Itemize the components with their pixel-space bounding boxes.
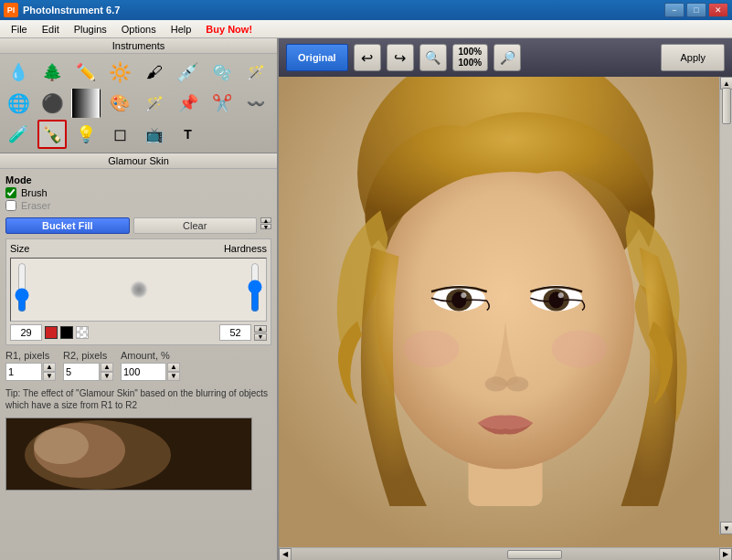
r2-group: R2, pixels ▲ ▼ [63,350,113,381]
maximize-button[interactable]: □ [686,3,706,17]
glamour-skin-header: Glamour Skin [0,153,277,169]
tool-paintbrush[interactable]: 🖌 [140,58,169,87]
zoom-out-button[interactable]: 🔍 [419,44,447,71]
app-icon: PI [4,3,18,17]
hardness-down-btn[interactable]: ▼ [254,333,267,341]
clear-button[interactable]: Clear [133,217,258,234]
checker-pattern[interactable] [76,326,89,339]
brush-preview [130,280,148,299]
slider-values-row: ▲ ▼ [10,324,267,341]
bucket-fill-button[interactable]: Bucket Fill [5,217,130,234]
tool-gradient[interactable]: ▤ [71,89,101,118]
tool-pin[interactable]: 📌 [174,89,203,118]
r1-spin: ▲ ▼ [43,363,56,381]
undo-button[interactable]: ↩ [354,44,381,71]
slider-area [10,258,267,322]
svg-point-17 [506,376,528,391]
tool-blank2 [241,120,271,149]
v-scroll-thumb[interactable] [722,88,731,124]
tool-bottle[interactable]: 🍾 [37,120,67,149]
menu-options[interactable]: Options [114,22,164,37]
svg-point-15 [558,292,564,298]
tool-dropper[interactable]: 💧 [4,58,33,87]
r2-input-row: ▲ ▼ [63,363,113,381]
h-scroll-track [292,548,719,560]
size-slider-wrapper [15,262,29,317]
scroll-right-arrow[interactable]: ▶ [719,548,732,561]
amount-group: Amount, % ▲ ▼ [121,350,180,381]
horizontal-scrollbar: ◀ ▶ [279,547,732,560]
portrait [279,77,732,547]
hardness-up-btn[interactable]: ▲ [254,325,267,333]
tool-wand[interactable]: 🪄 [140,89,169,118]
tool-syringe[interactable]: 💉 [174,58,203,87]
close-button[interactable]: ✕ [708,3,728,17]
menu-plugins[interactable]: Plugins [67,22,114,37]
hardness-slider-wrapper [248,262,262,317]
eraser-checkbox[interactable] [5,200,16,211]
hardness-slider[interactable] [248,262,262,312]
tool-scissors[interactable]: ✂️ [207,89,237,118]
tool-tv[interactable]: 📺 [140,120,169,149]
scroll-up-btn[interactable]: ▲ [260,217,271,223]
r2-down[interactable]: ▼ [101,372,113,381]
scroll-down-btn[interactable]: ▼ [260,224,271,229]
menu-edit[interactable]: Edit [35,22,67,37]
brush-option: Brush [5,187,271,198]
svg-point-18 [404,331,460,367]
r1-up[interactable]: ▲ [43,363,56,372]
menu-help[interactable]: Help [164,22,199,37]
amount-up[interactable]: ▲ [167,363,180,372]
h-scroll-thumb[interactable] [507,550,562,559]
tool-stamp[interactable]: 🔆 [105,58,134,87]
amount-label: Amount, % [121,350,180,361]
r2-up[interactable]: ▲ [101,363,113,372]
color-swatch-black[interactable] [60,326,73,339]
tool-globe[interactable]: 🌐 [4,89,33,118]
apply-button[interactable]: Apply [661,44,725,71]
scroll-left-arrow[interactable]: ◀ [279,548,292,561]
color-swatch-red[interactable] [45,326,58,339]
title-buttons: − □ ✕ [664,3,728,17]
tool-sphere[interactable]: ⚫ [37,89,67,118]
app-title: PhotoInstrument 6.7 [23,5,120,16]
size-slider[interactable] [15,262,29,312]
instruments-grid: 💧 🌲 ✏️ 🔆 🖌 💉 🫧 🪄 🌐 ⚫ ▤ 🎨 🪄 📌 ✂️ 〰️ 🧪 🍾 💡… [0,54,277,153]
original-button[interactable]: Original [286,44,348,71]
amount-input[interactable] [121,363,166,381]
tool-pencils[interactable]: ✏️ [71,58,101,87]
scroll-down-arrow[interactable]: ▼ [720,522,732,534]
r1-input[interactable] [5,363,42,381]
tool-wave[interactable]: 〰️ [241,89,271,118]
slider-val-right: ▲ ▼ [219,324,267,341]
menu-buy[interactable]: Buy Now! [198,22,260,37]
tool-text[interactable]: T [174,120,203,149]
svg-point-11 [461,292,466,298]
hardness-value-input[interactable] [219,324,251,341]
tool-vial[interactable]: 🧪 [4,120,33,149]
amount-down[interactable]: ▼ [167,372,180,381]
minimize-button[interactable]: − [664,3,684,17]
r2-input[interactable] [63,363,100,381]
menu-file[interactable]: File [4,22,35,37]
tool-eraser[interactable]: ◻ [105,120,134,149]
redo-button[interactable]: ↪ [387,44,414,71]
tool-blank1 [207,120,237,149]
size-value-input[interactable] [10,324,42,341]
eraser-option: Eraser [5,200,271,211]
zoom-in-button[interactable]: 🔎 [493,44,521,71]
brush-label: Brush [21,187,48,198]
brush-checkbox[interactable] [5,187,16,198]
title-bar: PI PhotoInstrument 6.7 − □ ✕ [0,0,732,20]
tool-dropper2[interactable]: 🪄 [241,58,271,87]
params-row: R1, pixels ▲ ▼ R2, pixels ▲ [5,350,271,381]
slider-val-left [10,324,89,341]
tool-blob[interactable]: 🫧 [207,58,237,87]
tool-palette[interactable]: 🎨 [105,89,134,118]
controls-area: Mode Brush Eraser Bucket Fill Clear ▲ ▼ [0,169,277,560]
image-container: ▲ ▼ [279,77,732,547]
r1-down[interactable]: ▼ [43,372,56,381]
zoom-display: 100%100% [452,44,489,71]
tool-tree[interactable]: 🌲 [37,58,67,87]
tool-light[interactable]: 💡 [71,120,101,149]
